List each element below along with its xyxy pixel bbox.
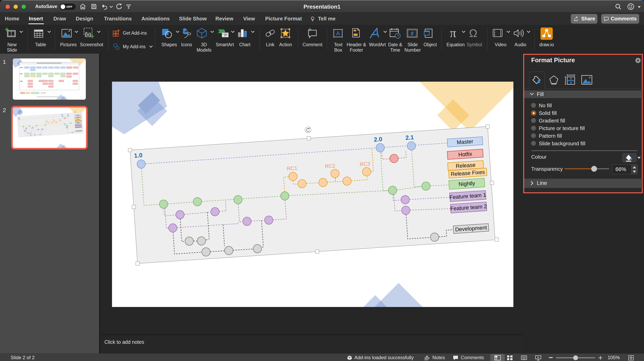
svg-text:2.1: 2.1	[405, 134, 414, 141]
svg-text:Master: Master	[456, 138, 474, 145]
svg-text:1.0: 1.0	[18, 117, 20, 118]
svg-text:RC1: RC1	[286, 165, 298, 172]
svg-text:Hotfix: Hotfix	[76, 117, 79, 118]
svg-text:A: A	[336, 30, 340, 37]
svg-text:2.1: 2.1	[67, 114, 68, 115]
svg-text:RC3: RC3	[59, 119, 61, 120]
svg-text:Ω: Ω	[469, 28, 478, 39]
svg-text:Nightly: Nightly	[458, 180, 476, 187]
svg-text:RC3: RC3	[360, 161, 370, 167]
svg-text:Master: Master	[76, 115, 80, 116]
svg-text:RC2: RC2	[325, 163, 336, 169]
svg-text:RC1: RC1	[46, 120, 48, 121]
svg-text:π: π	[450, 28, 456, 39]
svg-text:1.0: 1.0	[134, 152, 142, 159]
svg-text:2.0: 2.0	[62, 114, 63, 115]
svg-text:2.0: 2.0	[374, 136, 382, 143]
svg-text:Nightly: Nightly	[76, 122, 80, 124]
svg-text:Hotfix: Hotfix	[458, 151, 472, 158]
svg-text:#: #	[410, 30, 414, 37]
svg-text:RC2: RC2	[52, 119, 54, 120]
